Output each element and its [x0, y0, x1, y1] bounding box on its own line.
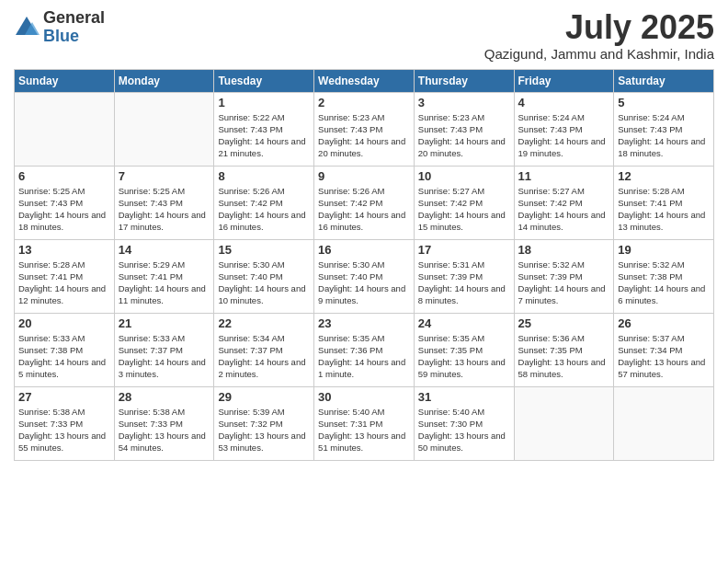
day-info: Sunrise: 5:27 AMSunset: 7:42 PMDaylight:…	[518, 185, 610, 234]
day-info: Sunrise: 5:24 AMSunset: 7:43 PMDaylight:…	[618, 111, 710, 160]
day-cell: 22Sunrise: 5:34 AMSunset: 7:37 PMDayligh…	[214, 313, 314, 386]
header-row: SundayMondayTuesdayWednesdayThursdayFrid…	[15, 69, 714, 92]
day-info: Sunrise: 5:25 AMSunset: 7:43 PMDaylight:…	[18, 185, 110, 234]
day-cell: 2Sunrise: 5:23 AMSunset: 7:43 PMDaylight…	[314, 92, 415, 166]
day-number: 13	[18, 243, 110, 257]
day-cell: 1Sunrise: 5:22 AMSunset: 7:43 PMDaylight…	[214, 92, 314, 166]
day-info: Sunrise: 5:37 AMSunset: 7:34 PMDaylight:…	[618, 332, 710, 381]
col-header-tuesday: Tuesday	[214, 69, 314, 92]
day-info: Sunrise: 5:34 AMSunset: 7:37 PMDaylight:…	[218, 332, 310, 381]
day-number: 10	[418, 169, 510, 183]
logo-general: General	[43, 9, 105, 28]
day-cell: 19Sunrise: 5:32 AMSunset: 7:38 PMDayligh…	[614, 239, 714, 313]
col-header-thursday: Thursday	[414, 69, 514, 92]
day-cell	[514, 386, 614, 460]
day-info: Sunrise: 5:22 AMSunset: 7:43 PMDaylight:…	[218, 111, 310, 160]
week-row-1: 6Sunrise: 5:25 AMSunset: 7:43 PMDaylight…	[15, 166, 714, 239]
month-title: July 2025	[484, 9, 714, 46]
day-info: Sunrise: 5:28 AMSunset: 7:41 PMDaylight:…	[18, 259, 110, 307]
day-info: Sunrise: 5:35 AMSunset: 7:36 PMDaylight:…	[318, 332, 410, 381]
day-info: Sunrise: 5:25 AMSunset: 7:43 PMDaylight:…	[119, 185, 210, 234]
day-info: Sunrise: 5:24 AMSunset: 7:43 PMDaylight:…	[518, 111, 610, 160]
logo: General Blue	[14, 9, 105, 46]
day-number: 22	[218, 316, 310, 330]
day-number: 26	[618, 316, 710, 330]
calendar: SundayMondayTuesdayWednesdayThursdayFrid…	[14, 69, 714, 461]
day-number: 27	[18, 390, 110, 404]
day-number: 30	[318, 390, 410, 404]
day-number: 8	[218, 169, 310, 183]
day-number: 29	[218, 390, 310, 404]
day-info: Sunrise: 5:39 AMSunset: 7:32 PMDaylight:…	[218, 406, 310, 454]
day-cell: 9Sunrise: 5:26 AMSunset: 7:42 PMDaylight…	[314, 166, 415, 239]
day-cell: 30Sunrise: 5:40 AMSunset: 7:31 PMDayligh…	[314, 386, 415, 460]
day-cell	[614, 386, 714, 460]
day-number: 28	[119, 390, 210, 404]
day-cell: 7Sunrise: 5:25 AMSunset: 7:43 PMDaylight…	[114, 166, 214, 239]
day-number: 9	[318, 169, 410, 183]
day-info: Sunrise: 5:23 AMSunset: 7:43 PMDaylight:…	[318, 111, 410, 160]
col-header-wednesday: Wednesday	[314, 69, 415, 92]
day-info: Sunrise: 5:36 AMSunset: 7:35 PMDaylight:…	[518, 332, 610, 381]
day-info: Sunrise: 5:26 AMSunset: 7:42 PMDaylight:…	[318, 185, 410, 234]
day-info: Sunrise: 5:27 AMSunset: 7:42 PMDaylight:…	[418, 185, 510, 234]
day-number: 14	[119, 243, 210, 257]
day-cell: 27Sunrise: 5:38 AMSunset: 7:33 PMDayligh…	[15, 386, 115, 460]
day-cell: 26Sunrise: 5:37 AMSunset: 7:34 PMDayligh…	[614, 313, 714, 386]
day-number: 23	[318, 316, 410, 330]
day-number: 18	[518, 243, 610, 257]
day-info: Sunrise: 5:38 AMSunset: 7:33 PMDaylight:…	[18, 406, 110, 454]
day-cell: 28Sunrise: 5:38 AMSunset: 7:33 PMDayligh…	[114, 386, 214, 460]
title-area: July 2025 Qazigund, Jammu and Kashmir, I…	[484, 9, 714, 62]
day-cell: 23Sunrise: 5:35 AMSunset: 7:36 PMDayligh…	[314, 313, 415, 386]
day-info: Sunrise: 5:30 AMSunset: 7:40 PMDaylight:…	[318, 259, 410, 307]
day-number: 2	[318, 96, 410, 109]
day-number: 4	[518, 96, 610, 109]
day-number: 20	[18, 316, 110, 330]
day-cell: 29Sunrise: 5:39 AMSunset: 7:32 PMDayligh…	[214, 386, 314, 460]
day-info: Sunrise: 5:40 AMSunset: 7:31 PMDaylight:…	[318, 406, 410, 454]
day-info: Sunrise: 5:26 AMSunset: 7:42 PMDaylight:…	[218, 185, 310, 234]
col-header-monday: Monday	[114, 69, 214, 92]
day-number: 7	[119, 169, 210, 183]
day-cell	[15, 92, 115, 166]
logo-icon	[14, 15, 40, 40]
day-cell: 5Sunrise: 5:24 AMSunset: 7:43 PMDaylight…	[614, 92, 714, 166]
location-title: Qazigund, Jammu and Kashmir, India	[484, 46, 714, 62]
day-number: 24	[418, 316, 510, 330]
day-cell: 18Sunrise: 5:32 AMSunset: 7:39 PMDayligh…	[514, 239, 614, 313]
day-info: Sunrise: 5:33 AMSunset: 7:37 PMDaylight:…	[119, 332, 210, 381]
week-row-2: 13Sunrise: 5:28 AMSunset: 7:41 PMDayligh…	[15, 239, 714, 313]
day-number: 12	[618, 169, 710, 183]
day-cell: 24Sunrise: 5:35 AMSunset: 7:35 PMDayligh…	[414, 313, 514, 386]
day-cell: 17Sunrise: 5:31 AMSunset: 7:39 PMDayligh…	[414, 239, 514, 313]
day-info: Sunrise: 5:40 AMSunset: 7:30 PMDaylight:…	[418, 406, 510, 454]
day-info: Sunrise: 5:38 AMSunset: 7:33 PMDaylight:…	[119, 406, 210, 454]
day-number: 6	[18, 169, 110, 183]
day-number: 25	[518, 316, 610, 330]
day-cell: 6Sunrise: 5:25 AMSunset: 7:43 PMDaylight…	[15, 166, 115, 239]
day-cell	[114, 92, 214, 166]
day-number: 21	[119, 316, 210, 330]
logo-blue: Blue	[43, 28, 105, 46]
day-cell: 13Sunrise: 5:28 AMSunset: 7:41 PMDayligh…	[15, 239, 115, 313]
day-info: Sunrise: 5:33 AMSunset: 7:38 PMDaylight:…	[18, 332, 110, 381]
day-cell: 14Sunrise: 5:29 AMSunset: 7:41 PMDayligh…	[114, 239, 214, 313]
day-cell: 21Sunrise: 5:33 AMSunset: 7:37 PMDayligh…	[114, 313, 214, 386]
col-header-friday: Friday	[514, 69, 614, 92]
day-info: Sunrise: 5:32 AMSunset: 7:39 PMDaylight:…	[518, 259, 610, 307]
day-cell: 15Sunrise: 5:30 AMSunset: 7:40 PMDayligh…	[214, 239, 314, 313]
day-number: 5	[618, 96, 710, 109]
day-number: 11	[518, 169, 610, 183]
day-number: 16	[318, 243, 410, 257]
day-cell: 16Sunrise: 5:30 AMSunset: 7:40 PMDayligh…	[314, 239, 415, 313]
week-row-0: 1Sunrise: 5:22 AMSunset: 7:43 PMDaylight…	[15, 92, 714, 166]
day-info: Sunrise: 5:35 AMSunset: 7:35 PMDaylight:…	[418, 332, 510, 381]
day-number: 15	[218, 243, 310, 257]
day-info: Sunrise: 5:30 AMSunset: 7:40 PMDaylight:…	[218, 259, 310, 307]
col-header-saturday: Saturday	[614, 69, 714, 92]
day-info: Sunrise: 5:32 AMSunset: 7:38 PMDaylight:…	[618, 259, 710, 307]
day-cell: 25Sunrise: 5:36 AMSunset: 7:35 PMDayligh…	[514, 313, 614, 386]
day-number: 19	[618, 243, 710, 257]
day-cell: 4Sunrise: 5:24 AMSunset: 7:43 PMDaylight…	[514, 92, 614, 166]
